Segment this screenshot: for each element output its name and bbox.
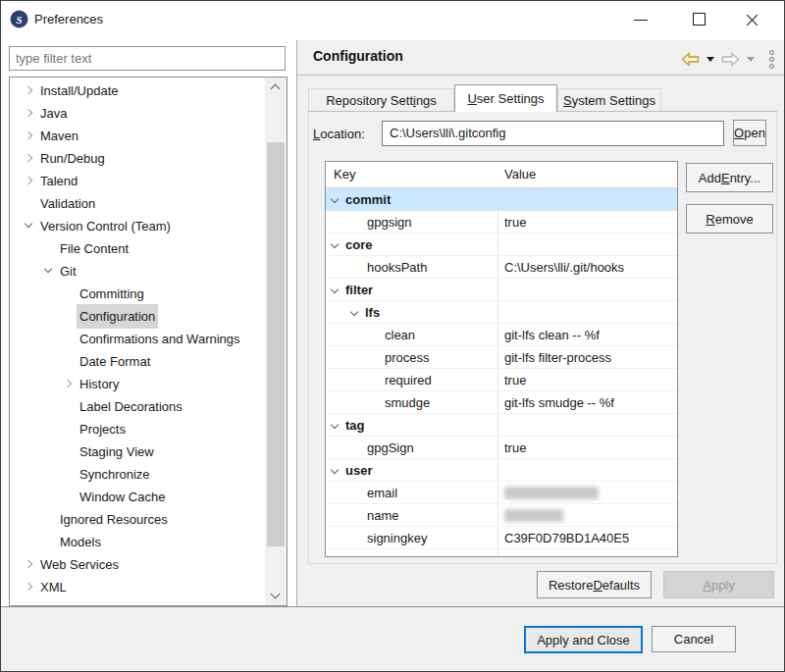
tree-item-staging-view[interactable]: Staging View bbox=[10, 440, 265, 463]
config-value: true bbox=[504, 215, 526, 230]
chevron-right-icon[interactable] bbox=[25, 131, 32, 139]
value-column-header[interactable]: Value bbox=[504, 167, 536, 181]
config-key: filter bbox=[345, 283, 373, 297]
chevron-down-icon[interactable] bbox=[331, 466, 339, 474]
config-row-tag[interactable]: tag bbox=[326, 414, 677, 437]
tab-repository-settings[interactable]: Repository Settings bbox=[308, 88, 454, 112]
tree-item-validation[interactable]: Validation bbox=[10, 192, 265, 215]
forward-history-dropdown-icon[interactable] bbox=[747, 57, 755, 62]
chevron-down-icon[interactable] bbox=[331, 240, 339, 248]
tab-system-settings[interactable]: System Settings bbox=[557, 88, 661, 112]
config-row-gpgSign[interactable]: gpgSigntrue bbox=[326, 437, 677, 459]
page-header: Configuration bbox=[297, 40, 784, 76]
tree-item-run-debug[interactable]: Run/Debug bbox=[10, 147, 265, 170]
config-row-user[interactable]: user bbox=[326, 459, 677, 482]
remove-button[interactable]: Remove bbox=[686, 204, 773, 233]
config-key: clean bbox=[385, 328, 415, 342]
chevron-down-icon[interactable] bbox=[44, 265, 52, 273]
chevron-right-icon[interactable] bbox=[25, 154, 32, 162]
config-key: process bbox=[385, 350, 430, 365]
config-row-commit[interactable]: commit bbox=[326, 188, 677, 211]
tree-item-maven[interactable]: Maven bbox=[10, 125, 265, 147]
tree-scrollbar-thumb[interactable] bbox=[267, 142, 285, 546]
minimize-button[interactable] bbox=[626, 7, 655, 32]
tab-user-settings[interactable]: User Settings bbox=[454, 84, 557, 112]
page-title: Configuration bbox=[313, 48, 403, 64]
view-menu-icon[interactable] bbox=[769, 50, 774, 69]
filter-input[interactable] bbox=[9, 46, 286, 71]
tree-item-label: Validation bbox=[37, 191, 98, 216]
tree-item-label-decorations[interactable]: Label Decorations bbox=[10, 395, 265, 418]
chevron-down-icon[interactable] bbox=[25, 220, 32, 228]
tree-item-install-update[interactable]: Install/Update bbox=[10, 79, 265, 102]
config-key: required bbox=[385, 373, 432, 388]
tree-item-synchronize[interactable]: Synchronize bbox=[10, 463, 265, 486]
chevron-down-icon[interactable] bbox=[350, 308, 358, 316]
tree-item-version-control-team[interactable]: Version Control (Team) bbox=[10, 215, 265, 237]
config-row-process[interactable]: processgit-lfs filter-process bbox=[326, 346, 677, 369]
tree-item-ignored-resources[interactable]: Ignored Resources bbox=[10, 508, 265, 531]
maximize-icon bbox=[693, 13, 706, 26]
tree-scrollbar[interactable] bbox=[265, 78, 287, 605]
key-column-header[interactable]: Key bbox=[334, 167, 355, 181]
tree-item-label: Maven bbox=[37, 124, 81, 148]
config-key: gpgsign bbox=[367, 215, 412, 230]
tree-item-file-content[interactable]: File Content bbox=[10, 237, 265, 260]
tree-item-java[interactable]: Java bbox=[10, 102, 265, 125]
config-row-required[interactable]: requiredtrue bbox=[326, 369, 677, 391]
window-title: Preferences bbox=[34, 12, 103, 26]
restore-defaults-button[interactable]: Restore Defaults bbox=[537, 571, 652, 598]
config-row-email[interactable]: email bbox=[326, 482, 677, 504]
bottom-button-bar: Apply and Close Cancel bbox=[1, 607, 784, 671]
chevron-right-icon[interactable] bbox=[25, 109, 32, 117]
config-key: gpgSign bbox=[367, 440, 414, 455]
tree-item-committing[interactable]: Committing bbox=[10, 283, 265, 305]
back-history-dropdown-icon[interactable] bbox=[706, 57, 714, 62]
tree-item-git[interactable]: Git bbox=[10, 260, 265, 283]
chevron-right-icon[interactable] bbox=[25, 86, 32, 94]
config-row-smudge[interactable]: smudgegit-lfs smudge -- %f bbox=[326, 391, 677, 414]
scroll-down-icon[interactable] bbox=[271, 590, 281, 599]
cancel-button[interactable]: Cancel bbox=[652, 626, 736, 652]
tree-item-talend[interactable]: Talend bbox=[10, 170, 265, 192]
config-row-hooksPath[interactable]: hooksPathC:\Users\lli/.git/hooks bbox=[326, 256, 677, 279]
table-header[interactable]: Key Value bbox=[326, 162, 677, 188]
config-row-clean[interactable]: cleangit-lfs clean -- %f bbox=[326, 324, 677, 346]
tree-item-confirmations-and-warnings[interactable]: Confirmations and Warnings bbox=[10, 328, 265, 350]
tree-item-label: Synchronize bbox=[77, 462, 153, 487]
scroll-up-icon[interactable] bbox=[271, 84, 281, 94]
close-button[interactable] bbox=[737, 7, 766, 32]
tree-item-projects[interactable]: Projects bbox=[10, 418, 265, 440]
chevron-down-icon[interactable] bbox=[331, 195, 339, 203]
tree-item-label: Install/Update bbox=[37, 78, 122, 103]
chevron-right-icon[interactable] bbox=[64, 380, 72, 388]
apply-and-close-button[interactable]: Apply and Close bbox=[524, 626, 643, 653]
chevron-right-icon[interactable] bbox=[25, 583, 32, 591]
back-arrow-icon[interactable] bbox=[681, 52, 700, 67]
add-entry-button[interactable]: Add Entry... bbox=[686, 163, 773, 192]
open-button[interactable]: Open bbox=[733, 120, 766, 146]
config-row-core[interactable]: core bbox=[326, 233, 677, 256]
tree-item-window-cache[interactable]: Window Cache bbox=[10, 486, 265, 508]
tree-item-history[interactable]: History bbox=[10, 373, 265, 395]
location-field[interactable]: C:\Users\lli\.gitconfig bbox=[382, 121, 724, 146]
maximize-button[interactable] bbox=[684, 7, 713, 32]
config-row-lfs[interactable]: lfs bbox=[326, 301, 677, 324]
config-value: git-lfs clean -- %f bbox=[504, 328, 600, 342]
configuration-panel: Configuration Repository Settings User S… bbox=[297, 40, 784, 606]
chevron-down-icon[interactable] bbox=[331, 421, 339, 429]
tree-item-date-format[interactable]: Date Format bbox=[10, 350, 265, 373]
chevron-right-icon[interactable] bbox=[25, 560, 32, 568]
tree-item-label: Talend bbox=[37, 169, 80, 193]
config-row-signingkey[interactable]: signingkeyC39F0D79BD1A40E5 bbox=[326, 527, 677, 549]
config-row-name[interactable]: name bbox=[326, 504, 677, 527]
config-row-gpgsign[interactable]: gpgsigntrue bbox=[326, 211, 677, 233]
config-row-filter[interactable]: filter bbox=[326, 279, 677, 301]
chevron-down-icon[interactable] bbox=[331, 285, 339, 293]
chevron-right-icon[interactable] bbox=[25, 177, 32, 184]
tree-item-configuration[interactable]: Configuration bbox=[10, 305, 265, 328]
tree-item-web-services[interactable]: Web Services bbox=[10, 553, 265, 576]
tree-item-xml[interactable]: XML bbox=[10, 576, 265, 598]
forward-arrow-icon[interactable] bbox=[721, 52, 740, 67]
tree-item-models[interactable]: Models bbox=[10, 531, 265, 553]
